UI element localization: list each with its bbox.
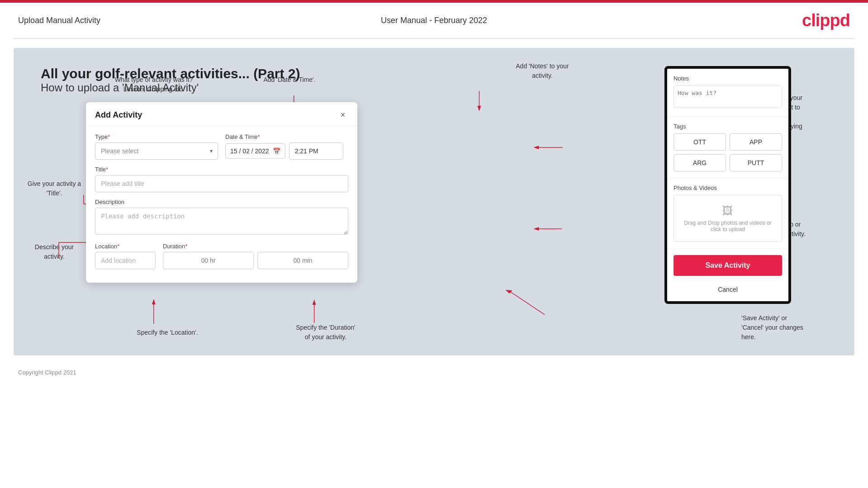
page-title: Upload Manual Activity bbox=[18, 16, 100, 25]
duration-min-input[interactable] bbox=[257, 252, 348, 269]
annotation-location: Specify the 'Location'. bbox=[122, 328, 213, 337]
type-group: Type* Please select ▾ bbox=[95, 133, 218, 160]
form-row-location-duration: Location* Duration* bbox=[95, 243, 348, 269]
notes-label: Notes bbox=[674, 75, 782, 82]
header-divider bbox=[14, 38, 854, 39]
form-row-title: Title* bbox=[95, 166, 348, 192]
location-group: Location* bbox=[95, 243, 156, 269]
calendar-icon: 📅 bbox=[273, 147, 280, 155]
tag-putt[interactable]: PUTT bbox=[730, 154, 782, 171]
annotation-save-cancel: 'Save Activity' or 'Cancel' your changes… bbox=[741, 313, 850, 342]
annotation-give-title: Give your activity a 'Title'. bbox=[18, 179, 90, 198]
description-label: Description bbox=[95, 199, 348, 205]
phone-screen: Notes Tags OTT APP ARG PUTT Photos & Vid… bbox=[664, 66, 791, 304]
upload-area[interactable]: 🖼 Drag and Drop photos and videos or cli… bbox=[674, 195, 782, 242]
description-group: Description bbox=[95, 199, 348, 237]
phone-panel: Notes Tags OTT APP ARG PUTT Photos & Vid… bbox=[660, 66, 796, 304]
svg-marker-23 bbox=[505, 290, 512, 294]
save-activity-button[interactable]: Save Activity bbox=[674, 255, 782, 276]
main-content: All your golf-relevant activities... (Pa… bbox=[14, 48, 854, 355]
datetime-group: Date & Time* 15 / 02 / 2022 📅 bbox=[225, 133, 348, 160]
location-input[interactable] bbox=[95, 252, 156, 269]
svg-line-22 bbox=[511, 292, 545, 315]
footer: Copyright Clippd 2021 bbox=[0, 365, 868, 380]
tags-label: Tags bbox=[674, 123, 782, 130]
annotation-activity-type: What type of activity was it? Lesson, Ch… bbox=[104, 75, 204, 94]
tags-grid: OTT APP ARG PUTT bbox=[674, 133, 782, 171]
photos-label: Photos & Videos bbox=[674, 185, 782, 191]
close-button[interactable]: × bbox=[337, 109, 348, 120]
manual-title: User Manual - February 2022 bbox=[381, 16, 487, 25]
form-row-type-datetime: Type* Please select ▾ Date & Time* bbox=[95, 133, 348, 160]
svg-marker-19 bbox=[533, 146, 539, 149]
annotation-notes: Add 'Notes' to your activity. bbox=[497, 62, 588, 81]
notes-section: Notes bbox=[667, 69, 788, 117]
modal-title: Add Activity bbox=[95, 110, 142, 120]
type-select-wrapper: Please select ▾ bbox=[95, 142, 218, 160]
svg-marker-21 bbox=[533, 227, 539, 231]
annotation-date-time: Add 'Date & Time'. bbox=[249, 75, 330, 85]
upload-icon: 🖼 bbox=[683, 204, 773, 217]
duration-hr-input[interactable] bbox=[163, 252, 254, 269]
svg-marker-13 bbox=[152, 299, 156, 304]
type-select[interactable]: Please select bbox=[95, 142, 218, 160]
title-group: Title* bbox=[95, 166, 348, 192]
tag-app[interactable]: APP bbox=[730, 133, 782, 151]
annotation-duration: Specify the 'Duration' of your activity. bbox=[276, 323, 375, 342]
duration-group: Duration* bbox=[163, 243, 348, 269]
date-input[interactable]: 15 / 02 / 2022 📅 bbox=[225, 143, 285, 159]
title-label: Title* bbox=[95, 166, 348, 173]
tags-section: Tags OTT APP ARG PUTT bbox=[667, 117, 788, 178]
duration-label: Duration* bbox=[163, 243, 348, 250]
time-input[interactable] bbox=[289, 142, 343, 160]
duration-inputs bbox=[163, 252, 348, 269]
upload-text: Drag and Drop photos and videos or click… bbox=[683, 220, 773, 232]
tag-arg[interactable]: ARG bbox=[674, 154, 726, 171]
datetime-label: Date & Time* bbox=[225, 133, 348, 140]
title-input[interactable] bbox=[95, 175, 348, 192]
modal-header: Add Activity × bbox=[86, 102, 357, 126]
description-input[interactable] bbox=[95, 208, 348, 235]
annotation-describe: Describe your activity. bbox=[18, 242, 90, 261]
datetime-inputs: 15 / 02 / 2022 📅 bbox=[225, 142, 348, 160]
notes-input[interactable] bbox=[674, 85, 782, 108]
cancel-button[interactable]: Cancel bbox=[667, 282, 788, 297]
header: Upload Manual Activity User Manual - Feb… bbox=[0, 3, 868, 38]
copyright: Copyright Clippd 2021 bbox=[18, 369, 76, 376]
form-row-description: Description bbox=[95, 199, 348, 237]
add-activity-modal: Add Activity × Type* Please select ▾ bbox=[86, 102, 357, 283]
modal-body: Type* Please select ▾ Date & Time* bbox=[86, 126, 357, 283]
svg-marker-17 bbox=[477, 106, 481, 111]
photos-section: Photos & Videos 🖼 Drag and Drop photos a… bbox=[667, 178, 788, 249]
svg-marker-15 bbox=[313, 299, 316, 305]
location-label: Location* bbox=[95, 243, 156, 250]
logo: clippd bbox=[802, 11, 850, 30]
type-label: Type* bbox=[95, 133, 218, 140]
tag-ott[interactable]: OTT bbox=[674, 133, 726, 151]
